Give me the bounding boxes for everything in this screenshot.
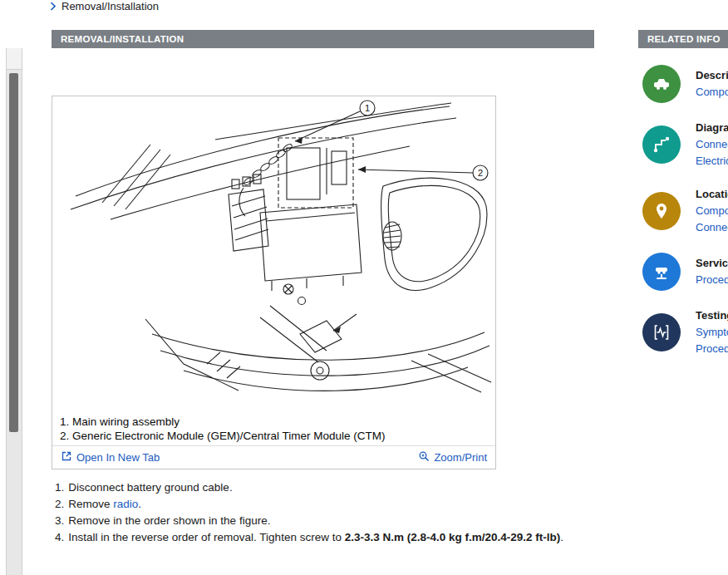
related-item-title: Service <box>696 255 728 272</box>
related-link-electrical-diagrams[interactable]: Electrical Diagrams <box>696 153 728 170</box>
step-2-number: 2. <box>55 498 64 510</box>
related-item-diagrams: Diagrams Connector Views Electrical Diag… <box>638 120 728 170</box>
step-2: 2.Remove radio. <box>55 496 563 513</box>
open-in-new-tab-link[interactable]: Open In New Tab <box>61 450 160 464</box>
step-4-period: . <box>560 531 563 543</box>
figure-caption-1: 1. Main wiring assembly <box>60 415 386 430</box>
section-header-removal-installation: REMOVAL/INSTALLATION <box>52 30 594 48</box>
related-item-text: Service Procedures <box>696 255 728 288</box>
section-header-label: REMOVAL/INSTALLATION <box>61 34 184 44</box>
zoom-plus-icon <box>418 450 430 464</box>
related-item-service: Service Procedures <box>638 253 728 291</box>
technical-diagram: 1 2 <box>52 96 495 414</box>
related-link-symptoms[interactable]: Symptoms <box>696 324 728 341</box>
related-info-panel: Description Components Diagrams Connecto… <box>638 65 728 374</box>
section-header-related-info: RELATED INFO <box>638 30 728 48</box>
open-in-new-tab-icon <box>61 450 72 464</box>
chevron-right-icon <box>50 2 56 11</box>
step-1: 1.Disconnect battery ground cable. <box>55 479 563 496</box>
radio-link[interactable]: radio <box>113 498 138 510</box>
step-1-number: 1. <box>55 481 64 494</box>
figure-toolbar: Open In New Tab Zoom/Print <box>52 445 495 469</box>
open-in-new-tab-label[interactable]: Open In New Tab <box>76 451 160 464</box>
figure-legend: 1. Main wiring assembly 2. Generic Elect… <box>60 415 386 443</box>
left-rail-cap <box>7 48 22 70</box>
related-item-text: Description Components <box>696 67 728 101</box>
related-link-component-locations[interactable]: Component Locations <box>696 203 728 219</box>
related-link-connector-views[interactable]: Connector Views <box>696 136 728 153</box>
step-3-number: 3. <box>55 514 64 527</box>
procedure-steps: 1.Disconnect battery ground cable. 2.Rem… <box>55 479 563 546</box>
left-scrollbar-track[interactable] <box>6 48 22 575</box>
related-item-description: Description Components <box>638 65 728 103</box>
step-2-period: . <box>138 498 141 510</box>
waveform-icon[interactable] <box>642 313 681 351</box>
zoom-print-link[interactable]: Zoom/Print <box>418 450 487 464</box>
breadcrumb-label[interactable]: Removal/Installation <box>61 0 159 12</box>
related-link-testing-procedures[interactable]: Procedures <box>696 341 728 357</box>
step-4-text: Install in the reverse order of removal.… <box>68 531 344 543</box>
callout-2-number: 2 <box>478 168 483 178</box>
left-scrollbar-thumb[interactable] <box>9 73 18 432</box>
related-item-title: Diagrams <box>696 120 728 136</box>
step-3-text: Remove in the order shown in the figure. <box>68 514 270 527</box>
step-4: 4.Install in the reverse order of remova… <box>55 529 563 546</box>
service-lift-icon[interactable] <box>642 253 681 291</box>
zoom-print-label[interactable]: Zoom/Print <box>434 451 487 464</box>
wiring-diagram-icon[interactable] <box>642 125 681 164</box>
figure-panel: 1 2 1. Main wiring assembly 2. Generic E… <box>52 96 496 469</box>
related-item-text: Diagrams Connector Views Electrical Diag… <box>696 120 728 170</box>
step-1-text: Disconnect battery ground cable. <box>68 481 232 494</box>
related-item-text: Testing Symptoms Procedures <box>696 307 728 357</box>
figure-caption-2: 2. Generic Electronic Module (GEM)/Centr… <box>60 430 386 444</box>
related-item-text: Locations Component Locations Connector … <box>696 186 728 236</box>
related-item-testing: Testing Symptoms Procedures <box>638 307 728 357</box>
breadcrumb[interactable]: Removal/Installation <box>50 0 159 13</box>
dashboard-line-drawing: 1 2 <box>52 96 495 414</box>
step-2-text: Remove <box>68 498 113 510</box>
related-link-connector-locations[interactable]: Connector Locations <box>696 219 728 236</box>
related-item-locations: Locations Component Locations Connector … <box>638 186 728 236</box>
callout-1-number: 1 <box>365 103 370 113</box>
related-header-label: RELATED INFO <box>647 34 721 44</box>
map-pin-icon[interactable] <box>642 192 681 230</box>
related-item-title: Testing <box>696 307 728 324</box>
step-4-number: 4. <box>55 531 64 543</box>
related-link-components[interactable]: Components <box>696 84 728 101</box>
step-3: 3.Remove in the order shown in the figur… <box>55 513 563 529</box>
related-link-procedures[interactable]: Procedures <box>696 272 728 288</box>
related-item-title: Locations <box>696 186 728 203</box>
torque-spec: 2.3-3.3 N.m (2.8-4.0 kg f.m/20.4-29.2 ft… <box>345 531 561 543</box>
vehicle-icon[interactable] <box>642 65 681 103</box>
related-item-title: Description <box>696 67 728 84</box>
